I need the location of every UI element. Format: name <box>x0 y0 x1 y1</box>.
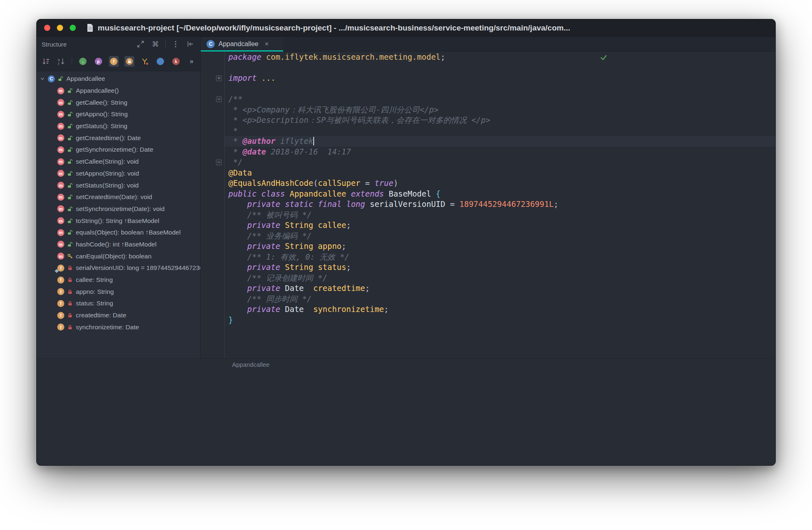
minimize-button[interactable] <box>57 25 63 31</box>
code-line[interactable]: * @author iflytek <box>201 136 775 147</box>
code-line[interactable]: private String callee; <box>201 220 775 231</box>
structure-item[interactable]: mhashCode(): int ↑BaseModel <box>37 239 200 251</box>
structure-item[interactable]: mgetAppno(): String <box>37 108 200 120</box>
code-line[interactable]: −/** <box>201 94 775 105</box>
more-vertical-icon[interactable] <box>171 39 181 49</box>
field-icon: f <box>57 312 64 319</box>
tab-appandcallee[interactable]: C Appandcallee × <box>201 37 283 51</box>
code-line[interactable]: private static final long serialVersionU… <box>201 199 775 210</box>
fold-collapse-icon[interactable]: − <box>216 96 222 102</box>
method-icon: m <box>57 182 64 189</box>
show-fields-icon[interactable]: f <box>109 56 119 67</box>
code-line[interactable]: * <p>Description：SP与被叫号码关联表，会存在一对多的情况 </… <box>201 115 775 126</box>
code-line[interactable]: * @date 2018-07-16 14:17 <box>201 147 775 157</box>
code-line[interactable] <box>201 63 775 73</box>
public-unlock-icon <box>67 88 73 94</box>
show-non-public-icon[interactable] <box>124 56 134 67</box>
method-icon: m <box>57 217 64 224</box>
code-line[interactable]: @Data <box>201 168 775 178</box>
structure-toolbar: az↓pfλ» <box>37 52 200 71</box>
structure-item[interactable]: fcreatedtime: Date <box>37 310 200 321</box>
structure-item-label: callee: String <box>76 276 113 284</box>
close-tab-icon[interactable]: × <box>265 40 269 48</box>
structure-item[interactable]: fappno: String <box>37 286 200 298</box>
code-line[interactable]: public class Appandcallee extends BaseMo… <box>201 189 775 199</box>
show-lambdas-icon[interactable]: λ <box>171 56 181 67</box>
show-inherited-icon[interactable]: ↓ <box>78 56 88 67</box>
code-line[interactable]: private String status; <box>201 262 775 273</box>
code-line[interactable]: /** 同步时间 */ <box>201 294 775 305</box>
code-line[interactable]: /** 被叫号码 */ <box>201 210 775 220</box>
method-icon: m <box>57 253 64 260</box>
main-area: Structure ⌘ az↓pfλ» CAppandcalleemAppand… <box>37 37 775 358</box>
code-line[interactable]: private Date createdtime; <box>201 283 775 294</box>
structure-item[interactable]: mgetCreatedtime(): Date <box>37 132 200 144</box>
fold-expand-icon[interactable]: + <box>216 75 222 81</box>
structure-item[interactable]: msetCallee(String): void <box>37 156 200 168</box>
code-line[interactable]: +import ... <box>201 73 775 84</box>
fold-collapse-icon[interactable]: − <box>216 159 222 165</box>
structure-item[interactable]: msetStatus(String): void <box>37 179 200 191</box>
structure-item[interactable]: CAppandcallee <box>37 73 200 85</box>
method-icon: m <box>57 170 64 177</box>
code-line[interactable] <box>201 84 775 94</box>
sort-by-type-icon[interactable] <box>41 56 51 67</box>
public-unlock-icon <box>67 171 73 176</box>
structure-item[interactable]: mgetCallee(): String <box>37 96 200 108</box>
settings-icon[interactable]: ⌘ <box>150 39 160 49</box>
code-line[interactable]: private String appno; <box>201 241 775 252</box>
code-line[interactable]: * <box>201 126 775 136</box>
structure-item[interactable]: msetCreatedtime(Date): void <box>37 191 200 203</box>
structure-panel: Structure ⌘ az↓pfλ» CAppandcalleemAppand… <box>37 37 201 358</box>
code-line[interactable]: /** 记录创建时间 */ <box>201 273 775 284</box>
editor-empty-area <box>37 371 775 466</box>
structure-item-label: appno: String <box>76 288 114 295</box>
sort-alphabetically-icon[interactable]: az <box>56 56 66 67</box>
code-line[interactable]: private Date synchronizetime; <box>201 304 775 315</box>
structure-item[interactable]: fstatus: String <box>37 298 200 310</box>
structure-item[interactable]: msetSynchronizetime(Date): void <box>37 203 200 215</box>
expand-all-icon[interactable] <box>136 39 146 49</box>
close-button[interactable] <box>44 25 50 31</box>
hide-panel-icon[interactable] <box>185 39 195 49</box>
code-line[interactable]: @EqualsAndHashCode(callSuper = true) <box>201 178 775 189</box>
code-line[interactable]: /** 业务编码 */ <box>201 231 775 242</box>
structure-item-label: hashCode(): int ↑BaseModel <box>76 241 157 248</box>
method-icon: m <box>57 241 64 248</box>
zoom-button[interactable] <box>70 25 76 31</box>
protected-key-icon <box>67 253 73 259</box>
structure-item[interactable]: mcanEqual(Object): boolean <box>37 250 200 262</box>
structure-item[interactable]: fserialVersionUID: long = 18974452944672… <box>37 262 200 274</box>
structure-item[interactable]: msetAppno(String): void <box>37 168 200 180</box>
method-icon: m <box>57 123 64 130</box>
code-line[interactable]: } <box>201 315 775 326</box>
code-line[interactable]: * <p>Company：科大讯飞股份有限公司-四川分公司</p> <box>201 105 775 115</box>
structure-item-label: getCreatedtime(): Date <box>76 134 141 142</box>
document-icon <box>87 23 94 32</box>
structure-item[interactable]: mgetSynchronizetime(): Date <box>37 144 200 156</box>
private-lock-icon <box>67 289 73 295</box>
window-title: musicsearch-project [~/Develop/work/ifly… <box>98 23 570 33</box>
code-editor[interactable]: package com.iflytek.musicsearch.meeting.… <box>201 52 775 358</box>
chevron-down-icon[interactable] <box>40 76 45 81</box>
structure-item[interactable]: fcallee: String <box>37 274 200 286</box>
svg-text:z: z <box>58 61 60 66</box>
code-lines: package com.iflytek.musicsearch.meeting.… <box>201 52 775 325</box>
visibility-filter-icon[interactable] <box>140 56 150 67</box>
show-interfaces-icon[interactable] <box>155 56 165 67</box>
public-unlock-icon <box>58 76 63 82</box>
breadcrumb-item[interactable]: Appandcallee <box>232 361 270 368</box>
show-properties-icon[interactable]: p <box>94 56 103 67</box>
structure-item[interactable]: mgetStatus(): String <box>37 120 200 132</box>
code-line[interactable]: /** 1: 有效, 0: 无效 */ <box>201 252 775 263</box>
structure-item[interactable]: mAppandcallee() <box>37 85 200 97</box>
structure-item-label: Appandcallee() <box>76 87 119 94</box>
method-icon: m <box>57 111 64 118</box>
structure-item[interactable]: mequals(Object): boolean ↑BaseModel <box>37 227 200 239</box>
class-icon: C <box>48 75 55 82</box>
structure-item[interactable]: mtoString(): String ↑BaseModel <box>37 215 200 227</box>
structure-item[interactable]: fsynchronizetime: Date <box>37 321 200 333</box>
more-filters-icon[interactable]: » <box>186 56 196 67</box>
code-line[interactable]: − */ <box>201 157 775 168</box>
code-line[interactable]: package com.iflytek.musicsearch.meeting.… <box>201 52 775 63</box>
